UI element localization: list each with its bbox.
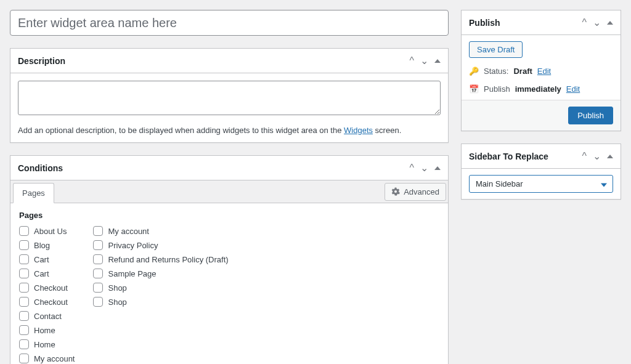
collapse-icon[interactable] — [607, 21, 613, 25]
conditions-heading: Conditions — [18, 163, 63, 173]
page-label: Home — [34, 340, 55, 349]
checkbox[interactable] — [19, 325, 29, 335]
schedule-row: 📅 Publish immediately Edit — [469, 84, 613, 94]
edit-status-link[interactable]: Edit — [537, 67, 551, 76]
status-label: Status: — [484, 67, 508, 76]
checkbox[interactable] — [19, 269, 29, 278]
checkbox[interactable] — [19, 226, 29, 236]
chevron-down-icon[interactable]: ⌄ — [593, 152, 601, 161]
checkbox[interactable] — [93, 240, 103, 250]
sidebar-select[interactable]: Main Sidebar — [469, 175, 613, 193]
advanced-button[interactable]: Advanced — [385, 183, 446, 201]
page-label: Cart — [34, 255, 49, 264]
description-header: Description ^ ⌄ — [10, 49, 448, 73]
page-label: Checkout — [34, 283, 68, 293]
page-checkbox-row[interactable]: Checkout — [19, 297, 75, 307]
chevron-down-icon[interactable]: ⌄ — [593, 18, 601, 28]
checkbox[interactable] — [19, 311, 29, 321]
collapse-icon[interactable] — [434, 59, 441, 63]
checkbox[interactable] — [19, 254, 29, 264]
tab-pages[interactable]: Pages — [13, 183, 54, 203]
gear-icon — [391, 187, 400, 196]
page-checkbox-row[interactable]: Refund and Returns Policy (Draft) — [93, 254, 228, 264]
collapse-icon[interactable] — [607, 155, 613, 158]
page-label: Checkout — [34, 297, 68, 307]
widget-area-title-input[interactable] — [10, 10, 449, 36]
page-label: My account — [34, 354, 75, 363]
page-checkbox-row[interactable]: Blog — [19, 240, 75, 250]
page-label: Blog — [34, 241, 50, 250]
page-checkbox-row[interactable]: About Us — [19, 226, 75, 236]
page-checkbox-row[interactable]: Sample Page — [93, 269, 228, 278]
checkbox[interactable] — [93, 226, 103, 236]
sidebar-replace-box: Sidebar To Replace ^ ⌄ Main Sidebar — [461, 144, 621, 200]
pin-icon: 🔑 — [469, 67, 479, 76]
calendar-icon: 📅 — [469, 84, 479, 94]
checkbox[interactable] — [93, 254, 103, 264]
checkbox[interactable] — [19, 283, 29, 293]
publish-button[interactable]: Publish — [568, 107, 613, 124]
chevron-down-icon[interactable]: ⌄ — [420, 56, 428, 66]
chevron-up-icon[interactable]: ^ — [582, 152, 587, 161]
edit-schedule-link[interactable]: Edit — [566, 84, 580, 94]
status-value: Draft — [513, 67, 532, 76]
page-label: Contact — [34, 312, 62, 321]
page-checkbox-row[interactable]: My account — [93, 226, 228, 236]
page-checkbox-row[interactable]: Cart — [19, 254, 75, 264]
page-checkbox-row[interactable]: Home — [19, 325, 75, 335]
checkbox[interactable] — [19, 297, 29, 307]
checkbox[interactable] — [19, 240, 29, 250]
conditions-box: Conditions ^ ⌄ Pages Advanced Pa — [10, 155, 449, 364]
sidebar-replace-header: Sidebar To Replace ^ ⌄ — [462, 144, 621, 169]
checkbox[interactable] — [93, 283, 103, 293]
pages-column-2: My accountPrivacy PolicyRefund and Retur… — [93, 226, 228, 363]
description-heading: Description — [18, 56, 65, 66]
collapse-icon[interactable] — [434, 166, 441, 170]
description-note-suffix: screen. — [373, 126, 401, 135]
page-label: My account — [108, 227, 149, 236]
page-checkbox-row[interactable]: Shop — [93, 283, 228, 293]
publish-header: Publish ^ ⌄ — [462, 10, 621, 35]
description-note-prefix: Add an optional description, to be displ… — [18, 126, 344, 135]
sidebar-replace-heading: Sidebar To Replace — [469, 152, 548, 161]
schedule-value: immediately — [515, 84, 561, 94]
page-label: About Us — [34, 227, 67, 236]
chevron-down-icon[interactable]: ⌄ — [420, 163, 428, 173]
description-note: Add an optional description, to be displ… — [18, 126, 441, 135]
checkbox[interactable] — [19, 354, 29, 363]
page-checkbox-row[interactable]: Checkout — [19, 283, 75, 293]
page-label: Privacy Policy — [108, 241, 158, 250]
page-label: Home — [34, 326, 55, 335]
pages-column-1: About UsBlogCartCartCheckoutCheckoutCont… — [19, 226, 75, 363]
page-checkbox-row[interactable]: My account — [19, 354, 75, 363]
page-label: Shop — [108, 297, 126, 307]
schedule-label: Publish — [484, 84, 510, 94]
chevron-up-icon[interactable]: ^ — [409, 163, 414, 173]
page-label: Shop — [108, 283, 126, 293]
conditions-header: Conditions ^ ⌄ — [10, 156, 448, 180]
advanced-label: Advanced — [404, 187, 439, 196]
description-textarea[interactable] — [18, 81, 441, 115]
publish-footer: Publish — [462, 100, 621, 131]
checkbox[interactable] — [19, 339, 29, 349]
pages-heading: Pages — [19, 211, 439, 220]
page-checkbox-row[interactable]: Shop — [93, 297, 228, 307]
description-box: Description ^ ⌄ Add an optional descript… — [10, 48, 449, 143]
widgets-link[interactable]: Widgets — [344, 126, 373, 135]
page-checkbox-row[interactable]: Privacy Policy — [93, 240, 228, 250]
checkbox[interactable] — [93, 297, 103, 307]
page-checkbox-row[interactable]: Contact — [19, 311, 75, 321]
page-label: Refund and Returns Policy (Draft) — [108, 255, 228, 264]
page-checkbox-row[interactable]: Home — [19, 339, 75, 349]
chevron-up-icon[interactable]: ^ — [409, 56, 414, 66]
chevron-up-icon[interactable]: ^ — [582, 18, 587, 28]
save-draft-button[interactable]: Save Draft — [469, 41, 523, 58]
page-label: Cart — [34, 269, 49, 278]
checkbox[interactable] — [93, 269, 103, 278]
publish-box: Publish ^ ⌄ Save Draft 🔑 Status: Draft E… — [461, 10, 621, 131]
status-row: 🔑 Status: Draft Edit — [469, 67, 613, 76]
page-checkbox-row[interactable]: Cart — [19, 269, 75, 278]
publish-heading: Publish — [469, 18, 500, 28]
page-label: Sample Page — [108, 269, 156, 278]
conditions-tabs: Pages Advanced — [10, 180, 448, 203]
